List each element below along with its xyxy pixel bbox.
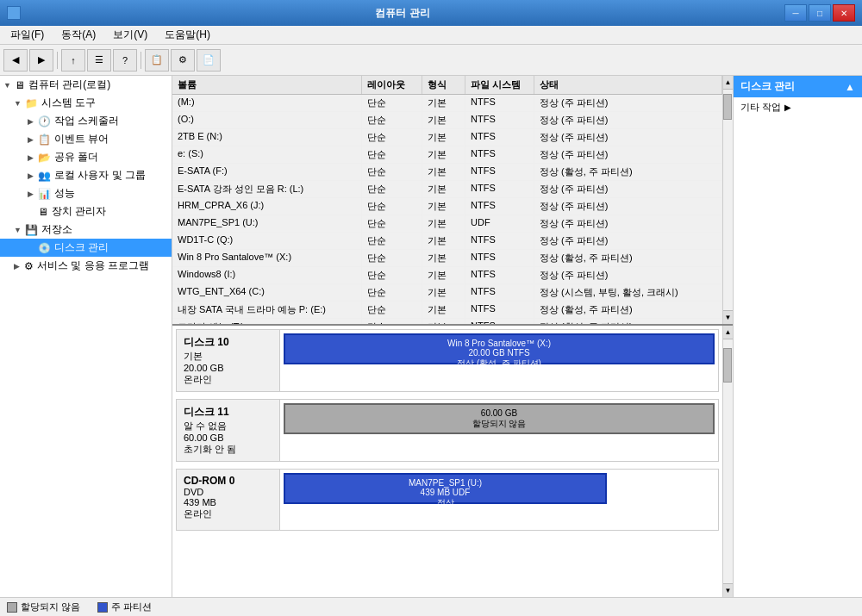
show-hide-button[interactable]: ☰	[87, 49, 111, 72]
list-row[interactable]: (M:) 단순 기본 NTFS 정상 (주 파티션)	[172, 95, 722, 112]
list-row[interactable]: 내장 SATA 국내 드라마 예능 P: (E:) 단순 기본 NTFS 정상 …	[172, 302, 722, 319]
tree-disk-management[interactable]: 💿 디스크 관리	[0, 239, 172, 257]
list-row[interactable]: MAN7PE_SP1 (U:) 단순 기본 UDF 정상 (주 파티션)	[172, 215, 722, 233]
disk-size: 20.00 GB	[184, 363, 272, 373]
properties-button[interactable]: 📄	[197, 49, 221, 72]
action-other-tasks[interactable]: 기타 작업 ▶	[734, 97, 862, 117]
list-header: 볼륨 레이아웃 형식 파일 시스템 상태	[172, 76, 722, 95]
disk-title: 디스크 11	[184, 405, 272, 420]
tree-root[interactable]: ▼ 🖥 컴퓨터 관리(로컬)	[0, 76, 172, 94]
up-button[interactable]: ↑	[61, 49, 85, 72]
tree-system-tools-label: 시스템 도구	[41, 96, 96, 110]
list-row[interactable]: E-SATA (F:) 단순 기본 NTFS 정상 (활성, 주 파티션)	[172, 164, 722, 181]
tree-event-viewer[interactable]: ▶ 📋 이벤트 뷰어	[0, 130, 172, 148]
disk-size: 439 MB	[184, 497, 272, 507]
disk-bar: MAN7PE_SP1 (U:)439 MB UDF정상	[284, 473, 715, 504]
tree-performance[interactable]: ▶ 📊 성능	[0, 184, 172, 202]
cell-fs: NTFS	[465, 129, 534, 146]
list-row[interactable]: WD1T-C (Q:) 단순 기본 NTFS 정상 (주 파티션)	[172, 233, 722, 250]
menu-file[interactable]: 파일(F)	[3, 26, 51, 44]
cell-layout: 단순	[362, 267, 422, 283]
tree-task-scheduler[interactable]: ▶ 🕐 작업 스케줄러	[0, 112, 172, 130]
tree-local-users[interactable]: ▶ 👥 로컬 사용자 및 그룹	[0, 166, 172, 184]
forward-button[interactable]: ▶	[29, 49, 53, 72]
tree-services[interactable]: ▶ ⚙ 서비스 및 응용 프로그램	[0, 257, 172, 275]
restore-button[interactable]: □	[809, 4, 831, 22]
scroll-thumb[interactable]	[723, 94, 732, 120]
cell-type: 기본	[422, 233, 465, 249]
expand-sys-icon: ▼	[14, 99, 22, 108]
menu-action[interactable]: 동작(A)	[54, 26, 103, 44]
close-button[interactable]: ✕	[833, 4, 855, 22]
disk-title: CD-ROM 0	[184, 475, 272, 487]
expand-share-icon: ▶	[28, 153, 34, 162]
disk-scrollbar[interactable]: ▲ ▼	[722, 326, 733, 597]
cell-type: 기본	[422, 95, 465, 111]
tree-storage[interactable]: ▼ 💾 저장소	[0, 221, 172, 239]
disk-scroll-up[interactable]: ▲	[723, 326, 733, 339]
scroll-down-button[interactable]: ▼	[723, 310, 733, 324]
disk-bar: Win 8 Pro Santalove™ (X:)20.00 GB NTFS정상…	[284, 333, 715, 364]
cell-status: 정상 (주 파티션)	[534, 95, 722, 111]
export-button[interactable]: 📋	[145, 49, 169, 72]
tree-system-tools[interactable]: ▼ 📁 시스템 도구	[0, 94, 172, 112]
disk-segment[interactable]: Win 8 Pro Santalove™ (X:)20.00 GB NTFS정상…	[284, 333, 715, 364]
cell-status: 정상 (주 파티션)	[534, 233, 722, 249]
list-row[interactable]: Win 8 Pro Santalove™ (X:) 단순 기본 NTFS 정상 …	[172, 250, 722, 267]
menu-help[interactable]: 도움말(H)	[158, 26, 217, 44]
col-layout-header[interactable]: 레이아웃	[362, 76, 422, 94]
cell-layout: 단순	[362, 284, 422, 301]
action-collapse-icon[interactable]: ▲	[845, 81, 855, 93]
expand-svc-icon: ▶	[14, 262, 21, 271]
volume-rows: (M:) 단순 기본 NTFS 정상 (주 파티션) (O:) 단순 기본 NT…	[172, 95, 722, 324]
list-scrollbar[interactable]: ▲ ▼	[722, 76, 733, 324]
cell-volume: WD1T-C (Q:)	[172, 233, 362, 249]
list-row[interactable]: WTG_ENT_X64 (C:) 단순 기본 NTFS 정상 (시스템, 부팅,…	[172, 284, 722, 302]
cell-layout: 단순	[362, 112, 422, 128]
cell-layout: 단순	[362, 198, 422, 215]
scroll-up-button[interactable]: ▲	[723, 76, 733, 90]
disk-scroll-down[interactable]: ▼	[723, 583, 733, 597]
expand-root-icon: ▼	[3, 81, 11, 90]
disk-item-disk10: 디스크 10 기본 20.00 GB 온라인 Win 8 Pro Santalo…	[176, 329, 719, 392]
tree-device-manager[interactable]: 🖥 장치 관리자	[0, 202, 172, 221]
list-row[interactable]: 2TB E (N:) 단순 기본 NTFS 정상 (주 파티션)	[172, 129, 722, 146]
disk-segment[interactable]: MAN7PE_SP1 (U:)439 MB UDF정상	[284, 473, 607, 504]
menu-view[interactable]: 보기(V)	[106, 26, 154, 44]
window-title: 컴퓨터 관리	[21, 6, 784, 21]
cell-fs: NTFS	[465, 267, 534, 283]
share-icon: 📂	[38, 152, 51, 164]
list-row[interactable]: (O:) 단순 기본 NTFS 정상 (주 파티션)	[172, 112, 722, 129]
cell-fs: NTFS	[465, 181, 534, 197]
cell-status: 정상 (주 파티션)	[534, 129, 722, 146]
list-row[interactable]: Windows8 (I:) 단순 기본 NTFS 정상 (주 파티션)	[172, 267, 722, 284]
col-type-header[interactable]: 형식	[422, 76, 465, 94]
disk-content-cdrom0: MAN7PE_SP1 (U:)439 MB UDF정상	[280, 470, 718, 530]
action-item-label: 기타 작업	[740, 101, 781, 114]
computer-icon: 🖥	[15, 79, 25, 91]
cell-type: 기본	[422, 181, 465, 197]
help-button[interactable]: ?	[113, 49, 137, 72]
disk-scroll-thumb[interactable]	[723, 348, 732, 383]
cell-status: 정상 (활성, 주 파티션)	[534, 302, 722, 318]
cell-type: 기본	[422, 302, 465, 318]
task-icon: 🕐	[38, 115, 51, 128]
col-volume-header[interactable]: 볼륨	[172, 76, 362, 94]
list-row[interactable]: E-SATA 강좌 성인 모음 R: (L:) 단순 기본 NTFS 정상 (주…	[172, 181, 722, 198]
cell-fs: NTFS	[465, 164, 534, 180]
expand-task-icon: ▶	[28, 117, 34, 126]
list-row[interactable]: HRM_CPRA_X6 (J:) 단순 기본 NTFS 정상 (주 파티션)	[172, 198, 722, 215]
tree-shared-folder[interactable]: ▶ 📂 공유 폴더	[0, 148, 172, 166]
minimize-button[interactable]: ─	[784, 4, 807, 22]
settings-button[interactable]: ⚙	[171, 49, 195, 72]
cell-type: 기본	[422, 146, 465, 163]
col-fs-header[interactable]: 파일 시스템	[465, 76, 534, 94]
volume-list: 볼륨 레이아웃 형식 파일 시스템 상태 (M:) 단순 기본 NTFS 정상 …	[172, 76, 722, 324]
cell-status: 정상 (활성, 주 파티션)	[534, 319, 722, 324]
list-row[interactable]: 드라마 예능 (T:) 단순 기본 NTFS 정상 (활성, 주 파티션)	[172, 319, 722, 324]
list-row[interactable]: e: (S:) 단순 기본 NTFS 정상 (주 파티션)	[172, 146, 722, 164]
cell-volume: E-SATA 강좌 성인 모음 R: (L:)	[172, 181, 362, 197]
col-status-header[interactable]: 상태	[534, 76, 722, 94]
back-button[interactable]: ◀	[3, 49, 28, 72]
disk-segment[interactable]: 60.00 GB할당되지 않음	[284, 403, 715, 434]
